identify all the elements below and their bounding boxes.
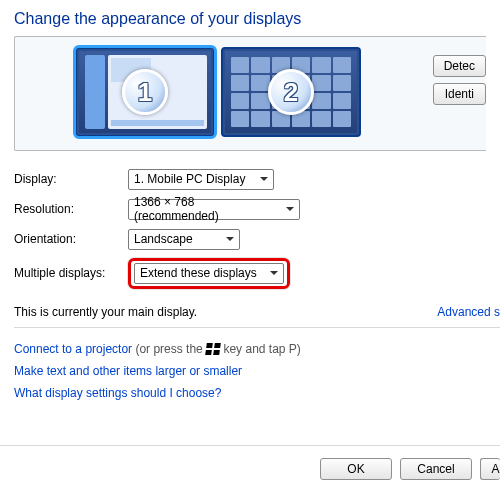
resolution-select[interactable]: 1366 × 768 (recommended) bbox=[128, 199, 300, 220]
monitor-1[interactable]: 1 bbox=[75, 47, 215, 137]
monitor-2[interactable]: 2 bbox=[221, 47, 361, 137]
orientation-label: Orientation: bbox=[14, 232, 128, 246]
monitor-1-number: 1 bbox=[122, 69, 168, 115]
dialog-footer: OK Cancel A bbox=[0, 445, 500, 480]
display-label: Display: bbox=[14, 172, 128, 186]
main-display-text: This is currently your main display. bbox=[14, 305, 197, 319]
resolution-label: Resolution: bbox=[14, 202, 128, 216]
resolution-select-value: 1366 × 768 (recommended) bbox=[134, 195, 279, 223]
apply-button[interactable]: A bbox=[480, 458, 500, 480]
monitor-2-number: 2 bbox=[268, 69, 314, 115]
identify-button[interactable]: Identi bbox=[433, 83, 486, 105]
multiple-displays-label: Multiple displays: bbox=[14, 266, 128, 280]
orientation-select[interactable]: Landscape bbox=[128, 229, 240, 250]
projector-hint-pre: (or press the bbox=[132, 342, 206, 356]
connect-projector-link[interactable]: Connect to a projector bbox=[14, 342, 132, 356]
advanced-settings-link[interactable]: Advanced s bbox=[437, 305, 500, 319]
orientation-select-value: Landscape bbox=[134, 232, 193, 246]
detect-button[interactable]: Detec bbox=[433, 55, 486, 77]
multiple-displays-select[interactable]: Extend these displays bbox=[134, 263, 284, 284]
page-title: Change the appearance of your displays bbox=[0, 0, 500, 36]
cancel-button[interactable]: Cancel bbox=[400, 458, 472, 480]
display-select[interactable]: 1. Mobile PC Display bbox=[128, 169, 274, 190]
display-select-value: 1. Mobile PC Display bbox=[134, 172, 245, 186]
windows-key-icon bbox=[206, 343, 220, 355]
what-settings-link[interactable]: What display settings should I choose? bbox=[14, 386, 221, 400]
projector-hint-post: key and tap P) bbox=[220, 342, 301, 356]
multiple-displays-value: Extend these displays bbox=[140, 266, 257, 280]
ok-button[interactable]: OK bbox=[320, 458, 392, 480]
make-text-larger-link[interactable]: Make text and other items larger or smal… bbox=[14, 364, 242, 378]
monitor-preview-panel: 1 2 Detec Identi bbox=[14, 36, 486, 151]
multiple-displays-highlight: Extend these displays bbox=[128, 258, 290, 289]
